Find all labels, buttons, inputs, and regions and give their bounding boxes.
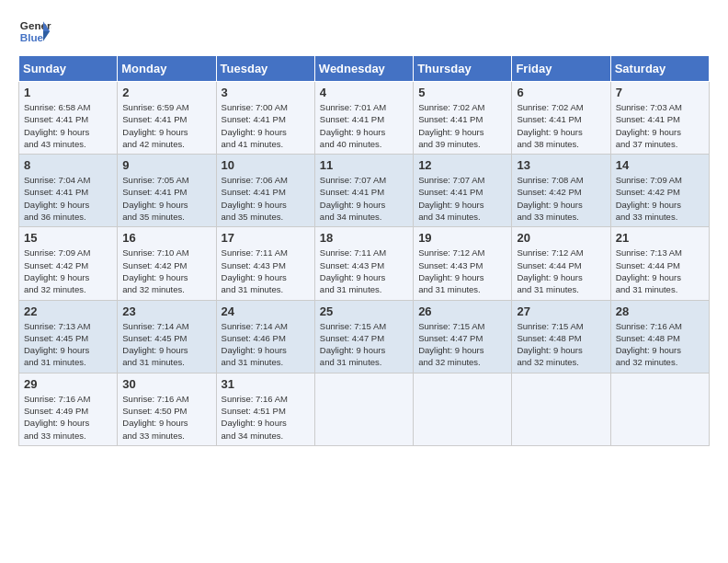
day-info: Sunrise: 7:02 AM Sunset: 4:41 PM Dayligh… xyxy=(418,101,506,150)
weekday-header-wednesday: Wednesday xyxy=(314,56,413,82)
day-number: 26 xyxy=(418,304,506,318)
day-info: Sunrise: 7:16 AM Sunset: 4:49 PM Dayligh… xyxy=(24,393,112,442)
calendar-cell: 10Sunrise: 7:06 AM Sunset: 4:41 PM Dayli… xyxy=(216,155,314,227)
day-info: Sunrise: 6:59 AM Sunset: 4:41 PM Dayligh… xyxy=(122,101,210,150)
calendar-week-row: 15Sunrise: 7:09 AM Sunset: 4:42 PM Dayli… xyxy=(19,227,710,300)
day-number: 1 xyxy=(24,86,112,99)
logo: General Blue xyxy=(18,15,55,48)
calendar-cell: 2Sunrise: 6:59 AM Sunset: 4:41 PM Daylig… xyxy=(118,82,216,155)
day-info: Sunrise: 7:06 AM Sunset: 4:41 PM Dayligh… xyxy=(222,174,310,223)
calendar-cell: 23Sunrise: 7:14 AM Sunset: 4:45 PM Dayli… xyxy=(118,300,216,373)
day-number: 20 xyxy=(517,231,605,245)
day-info: Sunrise: 7:09 AM Sunset: 4:42 PM Dayligh… xyxy=(616,174,704,223)
day-number: 9 xyxy=(122,158,210,172)
calendar-cell: 8Sunrise: 7:04 AM Sunset: 4:41 PM Daylig… xyxy=(19,155,118,227)
calendar-cell xyxy=(314,373,413,445)
calendar-cell xyxy=(610,373,709,445)
day-info: Sunrise: 7:05 AM Sunset: 4:41 PM Dayligh… xyxy=(122,174,210,223)
day-number: 7 xyxy=(616,86,704,99)
day-info: Sunrise: 7:15 AM Sunset: 4:47 PM Dayligh… xyxy=(418,320,506,369)
calendar-cell: 29Sunrise: 7:16 AM Sunset: 4:49 PM Dayli… xyxy=(19,373,118,445)
day-number: 28 xyxy=(616,304,704,318)
calendar-cell xyxy=(512,373,610,445)
day-info: Sunrise: 7:16 AM Sunset: 4:50 PM Dayligh… xyxy=(122,393,210,442)
day-number: 16 xyxy=(122,231,210,245)
day-info: Sunrise: 6:58 AM Sunset: 4:41 PM Dayligh… xyxy=(24,101,112,150)
day-info: Sunrise: 7:11 AM Sunset: 4:43 PM Dayligh… xyxy=(320,247,408,295)
day-info: Sunrise: 7:11 AM Sunset: 4:43 PM Dayligh… xyxy=(222,247,310,295)
calendar-cell: 26Sunrise: 7:15 AM Sunset: 4:47 PM Dayli… xyxy=(414,300,512,373)
calendar-cell: 27Sunrise: 7:15 AM Sunset: 4:48 PM Dayli… xyxy=(512,300,610,373)
day-number: 11 xyxy=(320,158,408,172)
calendar-cell: 15Sunrise: 7:09 AM Sunset: 4:42 PM Dayli… xyxy=(19,227,118,300)
svg-marker-3 xyxy=(43,31,50,41)
day-number: 13 xyxy=(517,158,605,172)
day-info: Sunrise: 7:15 AM Sunset: 4:48 PM Dayligh… xyxy=(517,320,605,369)
day-number: 27 xyxy=(517,304,605,318)
calendar-cell: 11Sunrise: 7:07 AM Sunset: 4:41 PM Dayli… xyxy=(314,155,413,227)
weekday-header-saturday: Saturday xyxy=(610,56,709,82)
day-number: 18 xyxy=(320,231,408,245)
day-number: 6 xyxy=(517,86,605,99)
calendar-cell: 21Sunrise: 7:13 AM Sunset: 4:44 PM Dayli… xyxy=(610,227,709,300)
day-info: Sunrise: 7:07 AM Sunset: 4:41 PM Dayligh… xyxy=(418,174,506,223)
day-info: Sunrise: 7:16 AM Sunset: 4:51 PM Dayligh… xyxy=(222,393,310,442)
day-info: Sunrise: 7:01 AM Sunset: 4:41 PM Dayligh… xyxy=(320,101,408,150)
calendar-cell: 17Sunrise: 7:11 AM Sunset: 4:43 PM Dayli… xyxy=(216,227,314,300)
calendar-cell: 7Sunrise: 7:03 AM Sunset: 4:41 PM Daylig… xyxy=(610,82,709,155)
day-info: Sunrise: 7:07 AM Sunset: 4:41 PM Dayligh… xyxy=(320,174,408,223)
day-info: Sunrise: 7:12 AM Sunset: 4:43 PM Dayligh… xyxy=(418,247,506,295)
calendar-cell: 4Sunrise: 7:01 AM Sunset: 4:41 PM Daylig… xyxy=(314,82,413,155)
calendar-cell: 6Sunrise: 7:02 AM Sunset: 4:41 PM Daylig… xyxy=(512,82,610,155)
day-info: Sunrise: 7:00 AM Sunset: 4:41 PM Dayligh… xyxy=(222,101,310,150)
calendar-cell: 22Sunrise: 7:13 AM Sunset: 4:45 PM Dayli… xyxy=(19,300,118,373)
day-number: 17 xyxy=(222,231,310,245)
weekday-header-row: SundayMondayTuesdayWednesdayThursdayFrid… xyxy=(19,56,710,82)
calendar-cell: 1Sunrise: 6:58 AM Sunset: 4:41 PM Daylig… xyxy=(19,82,118,155)
day-number: 24 xyxy=(222,304,310,318)
day-info: Sunrise: 7:02 AM Sunset: 4:41 PM Dayligh… xyxy=(517,101,605,150)
weekday-header-sunday: Sunday xyxy=(19,56,118,82)
day-info: Sunrise: 7:12 AM Sunset: 4:44 PM Dayligh… xyxy=(517,247,605,295)
header: General Blue xyxy=(18,15,710,48)
logo-icon: General Blue xyxy=(18,15,51,48)
day-number: 25 xyxy=(320,304,408,318)
day-number: 5 xyxy=(418,86,506,99)
day-info: Sunrise: 7:13 AM Sunset: 4:44 PM Dayligh… xyxy=(616,247,704,295)
calendar-week-row: 29Sunrise: 7:16 AM Sunset: 4:49 PM Dayli… xyxy=(19,373,710,445)
calendar-cell: 16Sunrise: 7:10 AM Sunset: 4:42 PM Dayli… xyxy=(118,227,216,300)
calendar-cell: 14Sunrise: 7:09 AM Sunset: 4:42 PM Dayli… xyxy=(610,155,709,227)
day-info: Sunrise: 7:03 AM Sunset: 4:41 PM Dayligh… xyxy=(616,101,704,150)
day-info: Sunrise: 7:09 AM Sunset: 4:42 PM Dayligh… xyxy=(24,247,112,295)
svg-text:Blue: Blue xyxy=(20,31,44,43)
day-number: 23 xyxy=(122,304,210,318)
day-number: 3 xyxy=(222,86,310,99)
day-number: 4 xyxy=(320,86,408,99)
day-number: 2 xyxy=(122,86,210,99)
calendar-cell: 25Sunrise: 7:15 AM Sunset: 4:47 PM Dayli… xyxy=(314,300,413,373)
calendar-cell: 30Sunrise: 7:16 AM Sunset: 4:50 PM Dayli… xyxy=(118,373,216,445)
calendar-table: SundayMondayTuesdayWednesdayThursdayFrid… xyxy=(18,55,710,446)
weekday-header-thursday: Thursday xyxy=(414,56,512,82)
calendar-cell xyxy=(414,373,512,445)
day-info: Sunrise: 7:14 AM Sunset: 4:45 PM Dayligh… xyxy=(122,320,210,369)
weekday-header-friday: Friday xyxy=(512,56,610,82)
day-info: Sunrise: 7:08 AM Sunset: 4:42 PM Dayligh… xyxy=(517,174,605,223)
weekday-header-tuesday: Tuesday xyxy=(216,56,314,82)
weekday-header-monday: Monday xyxy=(118,56,216,82)
day-info: Sunrise: 7:14 AM Sunset: 4:46 PM Dayligh… xyxy=(222,320,310,369)
day-number: 31 xyxy=(222,377,310,391)
day-number: 10 xyxy=(222,158,310,172)
day-info: Sunrise: 7:10 AM Sunset: 4:42 PM Dayligh… xyxy=(122,247,210,295)
day-number: 30 xyxy=(122,377,210,391)
day-number: 22 xyxy=(24,304,112,318)
day-number: 12 xyxy=(418,158,506,172)
calendar-cell: 9Sunrise: 7:05 AM Sunset: 4:41 PM Daylig… xyxy=(118,155,216,227)
day-info: Sunrise: 7:04 AM Sunset: 4:41 PM Dayligh… xyxy=(24,174,112,223)
calendar-cell: 3Sunrise: 7:00 AM Sunset: 4:41 PM Daylig… xyxy=(216,82,314,155)
day-number: 21 xyxy=(616,231,704,245)
day-number: 8 xyxy=(24,158,112,172)
calendar-week-row: 1Sunrise: 6:58 AM Sunset: 4:41 PM Daylig… xyxy=(19,82,710,155)
day-number: 15 xyxy=(24,231,112,245)
calendar-week-row: 8Sunrise: 7:04 AM Sunset: 4:41 PM Daylig… xyxy=(19,155,710,227)
